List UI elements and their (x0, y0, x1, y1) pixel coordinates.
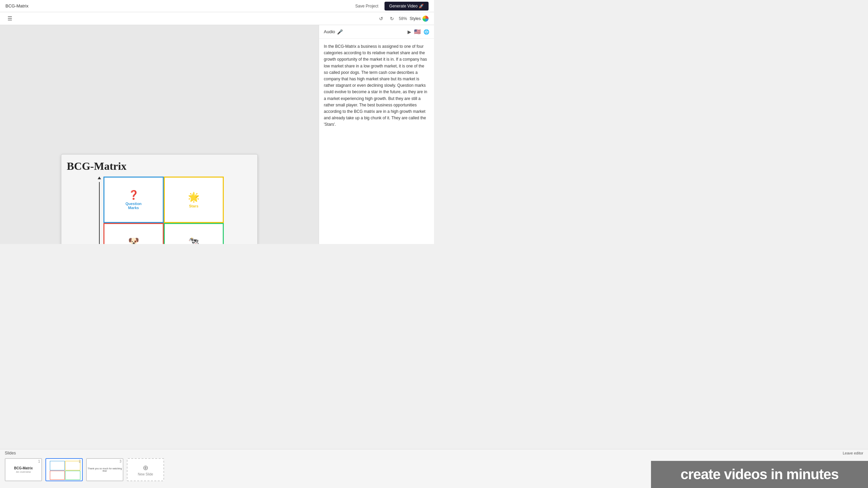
narration-text: In the BCG-Matrix a business is assigned… (319, 39, 434, 244)
zoom-level: 58% (399, 16, 407, 21)
app-title: BCG-Matrix (5, 3, 28, 8)
main-layout: BCG-Matrix market growth relative market… (0, 25, 434, 244)
save-button[interactable]: Save Project (353, 2, 381, 10)
flag-icon: 🇺🇸 (414, 28, 421, 35)
stars-icon: 🌟 (188, 191, 200, 203)
right-panel: Audio 🎤 ▶ 🇺🇸 🌐 In the BCG-Matrix a busin… (319, 25, 434, 244)
question-marks-cell: ❓ QuestionMarks (103, 177, 164, 223)
y-axis (95, 177, 103, 244)
styles-label: Styles (410, 16, 421, 21)
audio-header-left: Audio 🎤 (324, 29, 343, 35)
stars-cell: 🌟 Stars (164, 177, 224, 223)
undo-button[interactable]: ↺ (377, 15, 385, 23)
menu-button[interactable]: ☰ (5, 14, 14, 23)
slide-title: BCG-Matrix (67, 160, 252, 172)
poor-dogs-cell: 🐶 PoorDogs (103, 223, 164, 244)
generate-label: Generate Video 🚀 (389, 4, 424, 8)
undo-icon: ↺ (379, 16, 383, 21)
toolbar-center: ↺ ↻ 58% Styles (377, 15, 429, 23)
cash-cows-cell: 🐄 CashCows (164, 223, 224, 244)
generate-video-button[interactable]: Generate Video 🚀 (384, 2, 429, 11)
y-arrow-icon (98, 177, 101, 179)
matrix-grid: ❓ QuestionMarks 🌟 Stars 🐶 Po (103, 177, 224, 244)
question-marks-icon: ❓ (128, 190, 139, 200)
styles-button[interactable]: Styles (410, 16, 429, 22)
audio-header-right: ▶ 🇺🇸 🌐 (408, 28, 429, 35)
redo-button[interactable]: ↻ (388, 15, 396, 23)
audio-header: Audio 🎤 ▶ 🇺🇸 🌐 (319, 25, 434, 39)
toolbar-left: ☰ (5, 14, 14, 23)
bcg-axes-container: market growth relative market share ❓ (95, 177, 224, 244)
slide-canvas: BCG-Matrix market growth relative market… (61, 154, 258, 244)
editor-area: BCG-Matrix market growth relative market… (0, 25, 319, 244)
topbar-left: BCG-Matrix (5, 3, 28, 8)
globe-icon: 🌐 (423, 29, 429, 35)
cash-cows-icon: 🐄 (188, 236, 199, 244)
audio-label: Audio (324, 29, 335, 34)
stars-label: Stars (189, 204, 198, 208)
poor-dogs-icon: 🐶 (128, 236, 139, 244)
toolbar: ☰ ↺ ↻ 58% Styles (0, 12, 434, 25)
y-axis-line (99, 182, 100, 244)
slide-canvas-wrapper: BCG-Matrix market growth relative market… (0, 25, 319, 244)
styles-circle-icon (422, 16, 429, 22)
mic-icon: 🎤 (337, 29, 343, 35)
question-marks-label: QuestionMarks (125, 202, 142, 210)
topbar: BCG-Matrix Save Project Generate Video 🚀 (0, 0, 434, 12)
audio-play-button[interactable]: ▶ (408, 29, 411, 35)
redo-icon: ↻ (390, 16, 394, 21)
topbar-right: Save Project Generate Video 🚀 (353, 2, 429, 11)
